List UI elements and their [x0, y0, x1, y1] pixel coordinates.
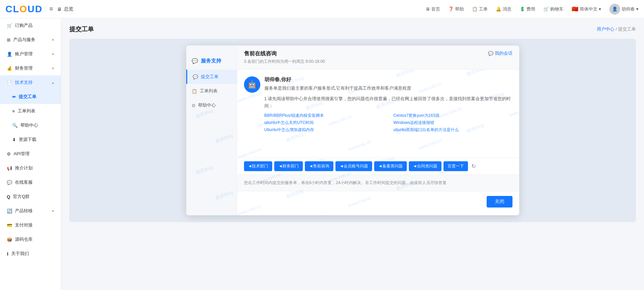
dollar-icon: 💲 [520, 6, 525, 12]
help-icon: ❓ [448, 6, 454, 12]
nav-ticket[interactable]: 📋 工单 [472, 6, 488, 12]
bell-icon: 🔔 [496, 6, 501, 12]
modal-main: 售前在线咨询 3.各部门的工作时间为周一到周五 9:00-18:00 💬 我的会… [237, 46, 519, 215]
bot-intro: 服务单是我们最主要的客户服务形式,它有利于提高工作效率和客户满意程度 [264, 85, 512, 92]
billing-label: 费用 [526, 6, 535, 12]
chat-link-1[interactable]: BBR/BBRPlus/锐速内核安装脚本 [264, 113, 383, 119]
sidebar-item-transfer[interactable]: 🔄 产品转移 ▾ [0, 204, 61, 218]
user-icon: 👤 [7, 52, 12, 57]
cart-icon: 🛒 [543, 6, 549, 12]
support-icon: 💬 [192, 58, 198, 64]
close-button[interactable]: 关闭 [487, 196, 512, 207]
tag-backup[interactable]: ◄备案类问题 [374, 161, 407, 171]
sidebar-item-code-repo[interactable]: 📦 源码仓库 [0, 232, 61, 247]
chat-link-2[interactable]: Centos7更换yum为163源 [394, 113, 512, 119]
circle-icon: ⊙ [192, 103, 195, 108]
tag-hundred[interactable]: 百度一下 [443, 161, 468, 171]
chevron-down-icon: ▾ [599, 6, 601, 12]
sidebar-item-resource-dl[interactable]: ⬇ 资源下载 [0, 132, 61, 147]
modal-nav-list[interactable]: 📋 工单列表 [186, 84, 237, 98]
chat-link-4[interactable]: Windows远程连接报错 [394, 120, 512, 126]
sidebar-item-label: 账户管理 [15, 51, 33, 57]
cart-label: 购物车 [550, 6, 563, 12]
tag-finance[interactable]: ◄财务部门 [274, 161, 303, 171]
sidebar-item-ticket-list[interactable]: ≡ 工单列表 [0, 104, 61, 118]
ticket-label: 工单 [479, 6, 488, 12]
qq-icon: Q [7, 194, 10, 199]
chat-link-6[interactable]: ubuntu添加端口白名单的方法是什么 [394, 127, 512, 133]
modal-footer-note: 您在工作时间内提交的服务单，将在6小时内答复，24小时内解决。非工作时间提交的问… [237, 175, 519, 191]
sidebar-item-referral[interactable]: 📢 推介计划 [0, 161, 61, 175]
modal-nav-submit[interactable]: 💬 提交工单 [186, 70, 237, 84]
nav-message[interactable]: 🔔 消息 [496, 6, 511, 12]
tag-contract[interactable]: ◄合同类问题 [409, 161, 441, 171]
sidebar-item-payment[interactable]: 💳 支付对接 [0, 218, 61, 232]
sidebar-item-online-service[interactable]: 💬 在线客服 [0, 175, 61, 189]
logo: CLOUD [5, 4, 43, 15]
bot-name: 胡仰春,你好 [264, 76, 512, 83]
sidebar-item-label: 在线客服 [15, 179, 33, 185]
sidebar-item-label: 工单列表 [18, 108, 35, 114]
megaphone-icon: 📢 [7, 166, 12, 171]
sidebar-item-submit-ticket[interactable]: ✏ 提交工单 [0, 90, 61, 104]
help-label: 帮助 [455, 6, 464, 12]
sidebar-item-label: 产品与服务 [13, 37, 35, 43]
money-icon: 💰 [7, 66, 12, 71]
my-chat-link[interactable]: 💬 我的会话 [488, 50, 512, 56]
modal-close-row: 关闭 [237, 191, 519, 212]
modal-sidebar: 💬 服务支持 💬 提交工单 📋 工单列表 ⊙ 帮助中心 [186, 46, 237, 215]
pencil-icon: ✏ [12, 94, 16, 99]
sidebar-item-finance[interactable]: 💰 财务管理 ▾ [0, 61, 61, 75]
sidebar-item-label: 支付对接 [15, 222, 33, 228]
modal-nav-helpcenter[interactable]: ⊙ 帮助中心 [186, 98, 237, 112]
sidebar-item-label: 财务管理 [15, 65, 33, 71]
user-name: 胡仰春 ▾ [622, 6, 639, 12]
nav-help[interactable]: ❓ 帮助 [448, 6, 464, 12]
tag-account[interactable]: ◄会员账号问题 [335, 161, 372, 171]
monitor-icon: 🖥 [57, 6, 62, 12]
sidebar-item-label: 关于我们 [11, 251, 29, 257]
modal-layout: 💬 服务支持 💬 提交工单 📋 工单列表 ⊙ 帮助中心 [186, 46, 519, 215]
modal-header-sub: 3.各部门的工作时间为周一到周五 9:00-18:00 [244, 59, 512, 65]
nav-language[interactable]: 🇨🇳 简体中文 ▾ [572, 6, 601, 12]
sidebar-item-products[interactable]: ⊞ 产品与服务 ▾ [0, 33, 61, 47]
nav-cart[interactable]: 🛒 购物车 [543, 6, 563, 12]
sidebar-item-label: 官方Q群 [13, 194, 30, 200]
nav-user[interactable]: 👤 胡仰春 ▾ [609, 4, 639, 15]
search-icon: 🔍 [12, 123, 18, 128]
cart-icon: 🛒 [7, 23, 12, 28]
refresh-icon[interactable]: ↻ [471, 163, 476, 169]
home-label: 首页 [431, 6, 440, 12]
modal-box: 酷库Blogwww.zxki.cn酷库Blogwww.zxki.cn酷库Blog… [186, 46, 519, 215]
chat-body: 1 请先阅读帮助中心并合理使用搜索引擎，您的问题也许很普遍，已经在网上被回答了很… [264, 95, 512, 110]
overview-nav[interactable]: 🖥 总览 [57, 6, 73, 12]
avatar: 👤 [609, 4, 620, 15]
breadcrumb: 用户中心 / 提交工单 [597, 26, 636, 32]
list-icon: 📋 [192, 89, 197, 94]
chevron-icon: ▾ [52, 52, 54, 56]
sidebar-item-tech[interactable]: 📄 技术支持 ▴ [0, 75, 61, 90]
nav-home[interactable]: 🖥 首页 [425, 6, 440, 12]
sidebar-item-label: 订购产品 [15, 22, 33, 29]
nav-billing[interactable]: 💲 费用 [520, 6, 535, 12]
sidebar-item-order[interactable]: 🛒 订购产品 [0, 18, 61, 33]
tag-presale[interactable]: ◄售前咨询 [305, 161, 333, 171]
modal-nav-title: 💬 服务支持 [186, 52, 237, 70]
breadcrumb-home[interactable]: 用户中心 [597, 26, 614, 32]
sidebar-item-help-center[interactable]: 🔍 帮助中心 [0, 118, 61, 132]
chat-bubble: 胡仰春,你好 服务单是我们最主要的客户服务形式,它有利于提高工作效率和客户满意程… [264, 76, 512, 133]
language-label: 简体中文 [580, 6, 597, 12]
modal-overlay: 酷库Blogwww.zxki.cn酷库Blogwww.zxki.cn酷库Blog… [69, 39, 636, 222]
sidebar-item-qq-group[interactable]: Q 官方Q群 [0, 189, 61, 204]
chat-link-5[interactable]: Ubuntu中怎么增加虚拟内存 [264, 127, 383, 133]
tag-tech[interactable]: ◄技术部门 [244, 161, 273, 171]
sidebar-item-label: 推介计划 [15, 165, 33, 171]
sidebar-item-account[interactable]: 👤 账户管理 ▾ [0, 47, 61, 61]
chat-link-3[interactable]: ubuntu中怎么关闭UTC时间 [264, 120, 383, 126]
main-content: 提交工单 用户中心 / 提交工单 酷库Blogwww.zxki.cn酷库Blog… [61, 18, 644, 290]
doc-icon: 📄 [7, 80, 12, 85]
sidebar-item-api[interactable]: ⚙ API管理 [0, 147, 61, 161]
transfer-icon: 🔄 [7, 209, 12, 214]
sidebar-item-about[interactable]: ℹ 关于我们 [0, 247, 61, 261]
menu-toggle[interactable]: ≡ [50, 5, 53, 13]
